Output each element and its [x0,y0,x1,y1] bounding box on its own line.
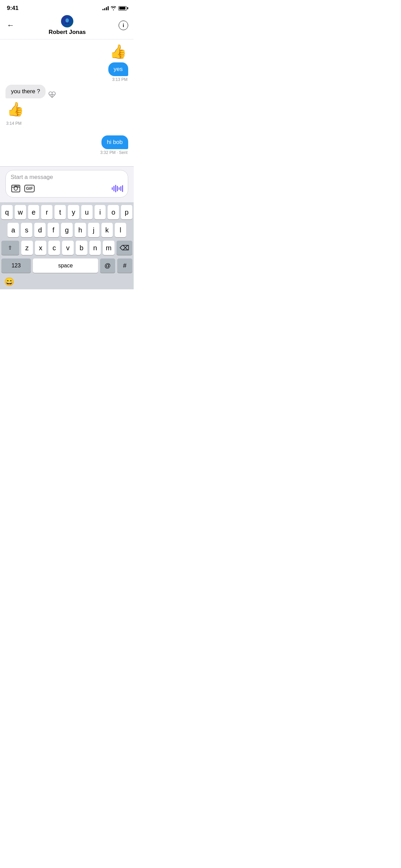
key-s[interactable]: s [21,223,32,237]
photo-button[interactable] [11,183,21,194]
key-y[interactable]: y [68,205,79,219]
home-indicator [0,288,134,289]
info-button[interactable]: i [119,21,128,30]
key-j[interactable]: j [88,223,99,237]
bubble-you-there: you there ? [5,85,46,98]
input-left-icons: GIF [11,183,35,194]
svg-text:GIF: GIF [26,186,33,191]
message-outgoing-emoji: 👍 [110,44,127,60]
input-placeholder: Start a message [11,174,123,181]
key-space[interactable]: space [33,258,98,273]
emoji-button[interactable]: 😄 [4,277,14,287]
key-b[interactable]: b [76,241,87,255]
key-k[interactable]: k [101,223,113,237]
message-incoming-you-there: you there ? [5,85,56,98]
input-area: Start a message GIF [0,166,134,202]
key-u[interactable]: u [81,205,93,219]
keyboard-bottom-row: 123 space @ # [1,258,132,273]
time-incoming: 3:14 PM [6,121,128,126]
chat-area: 👍 yes 3:13 PM you there ? 👍 3:14 PM hi b… [0,39,134,166]
gif-button[interactable]: GIF [24,183,35,194]
key-h[interactable]: h [75,223,86,237]
key-a[interactable]: a [8,223,19,237]
key-i[interactable]: i [95,205,106,219]
time-hibob: 3:32 PM · Sent [100,150,127,155]
keyboard-row-2: a s d f g h j k l [1,223,132,237]
key-z[interactable]: z [21,241,33,255]
key-o[interactable]: o [108,205,119,219]
emoji-row: 😄 [1,275,132,287]
message-outgoing-yes: yes 3:13 PM [108,62,128,82]
status-time: 9:41 [7,5,19,12]
wifi-icon [111,6,116,10]
key-p[interactable]: p [121,205,132,219]
key-e[interactable]: e [28,205,39,219]
keyboard: q w e r t y u i o p a s d f g h j k l ⇧ … [0,202,134,288]
key-m[interactable]: m [103,241,114,255]
key-f[interactable]: f [48,223,59,237]
message-input-box[interactable]: Start a message GIF [5,170,128,197]
message-outgoing-hibob: hi bob 3:32 PM · Sent [100,135,128,155]
key-l[interactable]: l [115,223,126,237]
key-123[interactable]: 123 [1,258,31,273]
back-button[interactable]: ← [5,20,16,31]
voice-button[interactable] [112,184,123,193]
photo-icon [11,184,20,193]
contact-info[interactable]: Robert Jonas [49,15,86,36]
keyboard-row-3: ⇧ z x c v b n m ⌫ [1,241,132,255]
keyboard-row-1: q w e r t y u i o p [1,205,132,219]
bubble-yes: yes [108,62,128,76]
svg-point-4 [14,187,17,190]
message-incoming-emoji: 👍 [7,101,24,117]
key-r[interactable]: r [41,205,52,219]
input-actions: GIF [11,183,123,194]
key-t[interactable]: t [54,205,66,219]
status-bar: 9:41 [0,0,134,14]
incoming-row: you there ? [5,85,56,98]
status-icons [102,6,127,11]
time-yes: 3:13 PM [112,77,127,82]
key-backspace[interactable]: ⌫ [117,241,132,255]
key-w[interactable]: w [15,205,26,219]
key-g[interactable]: g [61,223,72,237]
avatar-image [61,15,73,27]
signal-icon [102,6,109,10]
svg-point-0 [65,18,69,22]
key-c[interactable]: c [48,241,60,255]
key-at[interactable]: @ [100,258,115,273]
key-q[interactable]: q [1,205,13,219]
contact-name: Robert Jonas [49,29,86,36]
bubble-hibob: hi bob [101,135,128,149]
key-n[interactable]: n [89,241,101,255]
nav-header: ← Robert Jonas i [0,14,134,39]
key-d[interactable]: d [34,223,46,237]
key-v[interactable]: v [62,241,74,255]
avatar [61,15,73,27]
battery-icon [118,6,127,11]
key-shift[interactable]: ⇧ [1,241,19,255]
react-button[interactable] [48,91,56,98]
key-x[interactable]: x [35,241,47,255]
svg-point-5 [18,186,19,187]
gif-icon: GIF [24,185,35,192]
key-hash[interactable]: # [117,258,132,273]
